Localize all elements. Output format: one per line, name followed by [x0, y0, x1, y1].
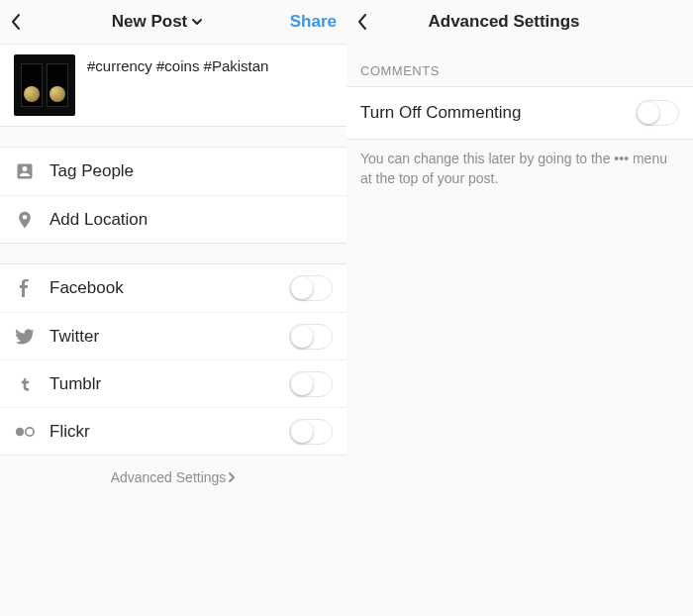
new-post-header: New Post Share	[0, 0, 346, 44]
adv-header-title-wrap: Advanced Settings	[380, 12, 628, 32]
tag-people-row[interactable]: Tag People	[0, 148, 346, 195]
caption-row: #currency #coins #Pakistan	[0, 44, 346, 127]
flickr-icon	[14, 421, 36, 443]
location-pin-icon	[14, 209, 36, 231]
new-post-panel: New Post Share #currency #coins #Pakista…	[0, 0, 346, 616]
comments-section-header: COMMENTS	[346, 44, 693, 86]
share-twitter-row[interactable]: Twitter	[0, 312, 346, 359]
turn-off-commenting-row[interactable]: Turn Off Commenting	[346, 87, 693, 139]
share-button[interactable]: Share	[281, 12, 337, 32]
header-title-wrap[interactable]: New Post	[34, 12, 281, 32]
advanced-settings-link[interactable]: Advanced Settings	[0, 456, 346, 499]
adv-settings-header: Advanced Settings	[346, 0, 693, 44]
tag-people-label: Tag People	[50, 161, 333, 181]
facebook-icon	[14, 277, 36, 299]
tumblr-toggle[interactable]	[289, 371, 333, 397]
share-targets-list: Facebook Twitter Tumblr Flickr	[0, 263, 346, 456]
advanced-settings-label: Advanced Settings	[111, 469, 227, 485]
share-flickr-label: Flickr	[50, 422, 275, 442]
add-location-row[interactable]: Add Location	[0, 195, 346, 243]
svg-point-0	[16, 427, 24, 435]
share-twitter-label: Twitter	[50, 327, 275, 347]
turn-off-commenting-label: Turn Off Commenting	[360, 103, 622, 123]
tumblr-icon	[14, 373, 36, 395]
page-title: New Post	[112, 12, 188, 32]
svg-point-1	[26, 427, 34, 435]
chevron-right-icon	[228, 471, 236, 483]
post-thumbnail[interactable]	[14, 54, 75, 116]
share-flickr-row[interactable]: Flickr	[0, 407, 346, 455]
adv-page-title: Advanced Settings	[428, 12, 579, 32]
comments-list: Turn Off Commenting	[346, 86, 693, 140]
share-tumblr-label: Tumblr	[50, 374, 275, 394]
caption-input[interactable]: #currency #coins #Pakistan	[87, 54, 333, 116]
flickr-toggle[interactable]	[289, 419, 333, 445]
comments-help-text: You can change this later by going to th…	[346, 140, 693, 198]
facebook-toggle[interactable]	[289, 275, 333, 301]
chevron-left-icon	[356, 13, 368, 31]
back-button-adv[interactable]	[356, 13, 380, 31]
twitter-icon	[14, 326, 36, 348]
twitter-toggle[interactable]	[289, 324, 333, 350]
back-button[interactable]	[10, 13, 34, 31]
share-tumblr-row[interactable]: Tumblr	[0, 359, 346, 407]
person-tag-icon	[14, 160, 36, 182]
add-location-label: Add Location	[50, 210, 333, 230]
chevron-left-icon	[10, 13, 22, 31]
tag-location-list: Tag People Add Location	[0, 147, 346, 244]
chevron-down-icon	[191, 18, 203, 26]
advanced-settings-panel: Advanced Settings COMMENTS Turn Off Comm…	[346, 0, 693, 616]
share-facebook-row[interactable]: Facebook	[0, 264, 346, 312]
share-facebook-label: Facebook	[50, 278, 275, 298]
turn-off-commenting-toggle[interactable]	[636, 100, 679, 126]
